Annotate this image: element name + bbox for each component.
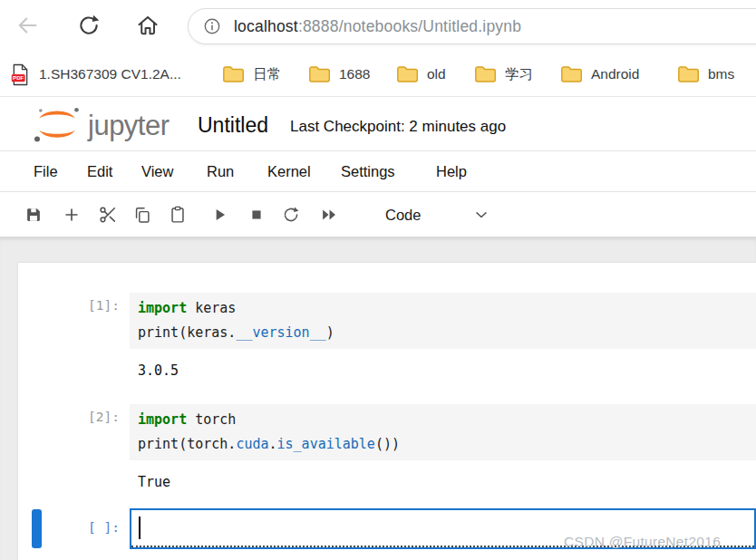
jupyter-header: jupyter Untitled Last Checkpoint: 2 minu…	[0, 98, 756, 151]
folder-icon	[222, 65, 244, 83]
save-icon	[24, 205, 44, 225]
cell-output-2: True	[18, 472, 756, 492]
stop-icon	[247, 205, 267, 225]
bookmark-label: 日常	[253, 65, 281, 84]
url-host: localhost	[234, 17, 298, 35]
folder-icon	[474, 65, 496, 83]
cell-prompt: [2]:	[18, 404, 130, 460]
bookmark-folder-1688[interactable]: 1688	[308, 53, 370, 96]
bookmark-label: 1.SH367309 CV1.2A...	[39, 66, 181, 82]
cell-prompt: [1]:	[18, 293, 130, 349]
bookmark-folder-bms[interactable]: bms	[677, 53, 734, 96]
menu-bar: File Edit View Run Kernel Settings Help	[0, 151, 756, 192]
menu-view[interactable]: View	[141, 151, 173, 191]
bookmark-label: 学习	[505, 65, 533, 84]
fast-forward-icon	[319, 205, 339, 225]
stop-kernel-button[interactable]	[247, 205, 267, 225]
home-button[interactable]	[135, 13, 160, 38]
bookmarks-bar: PDF 1.SH367309 CV1.2A... 日常 1688 old 学习 …	[0, 53, 756, 97]
menu-run[interactable]: Run	[207, 151, 234, 191]
output-text: 3.0.5	[130, 361, 756, 381]
address-bar[interactable]: localhost:8888/notebooks/Untitled.ipynb	[188, 8, 756, 44]
code-line: import torch	[138, 408, 751, 432]
watermark-text: CSDN @FutureNet2016	[564, 534, 721, 550]
restart-kernel-button[interactable]	[281, 205, 301, 225]
output-text: True	[130, 472, 756, 492]
menu-help[interactable]: Help	[436, 151, 467, 191]
notebook-title[interactable]: Untitled	[198, 110, 268, 140]
run-cell-button[interactable]	[209, 205, 229, 225]
back-button[interactable]	[15, 13, 40, 38]
jupyter-logo-text: jupyter	[88, 107, 170, 145]
paste-cell-button[interactable]	[168, 205, 188, 225]
cell-output-1: 3.0.5	[18, 361, 756, 381]
active-cell-indicator	[32, 509, 42, 548]
bookmark-folder-xuexi[interactable]: 学习	[474, 53, 533, 96]
jupyter-logo-icon	[30, 105, 84, 145]
clipboard-icon	[168, 205, 188, 225]
copy-icon	[132, 205, 152, 225]
svg-text:PDF: PDF	[13, 74, 24, 81]
notebook-toolbar: Code	[0, 193, 756, 237]
folder-icon	[396, 65, 418, 83]
cell-list: [1]: import kerasprint(keras.__version__…	[18, 263, 756, 549]
menu-kernel[interactable]: Kernel	[267, 151, 311, 191]
plus-icon	[62, 205, 82, 225]
menu-settings[interactable]: Settings	[341, 151, 395, 191]
folder-icon	[560, 65, 582, 83]
restart-run-all-button[interactable]	[319, 205, 339, 225]
text-cursor	[139, 517, 141, 539]
menu-file[interactable]: File	[34, 151, 58, 191]
bookmark-folder-old[interactable]: old	[396, 53, 446, 96]
folder-icon	[308, 65, 330, 83]
bookmark-pdf[interactable]: PDF 1.SH367309 CV1.2A...	[11, 53, 181, 96]
bookmark-label: old	[427, 66, 446, 82]
bookmark-label: bms	[708, 66, 734, 82]
browser-toolbar: localhost:8888/notebooks/Untitled.ipynb	[0, 0, 756, 53]
checkpoint-status: Last Checkpoint: 2 minutes ago	[290, 116, 506, 138]
code-cell-2[interactable]: [2]: import torchprint(torch.cuda.is_ava…	[18, 404, 756, 460]
add-cell-button[interactable]	[62, 205, 82, 225]
chevron-down-icon[interactable]	[472, 206, 490, 224]
scissors-icon	[98, 205, 118, 225]
code-editor[interactable]: import torchprint(torch.cuda.is_availabl…	[130, 404, 756, 460]
notebook-panel: [1]: import kerasprint(keras.__version__…	[18, 263, 756, 560]
refresh-icon	[76, 13, 102, 38]
restart-icon	[281, 205, 301, 225]
jupyter-logo[interactable]: jupyter	[30, 105, 170, 145]
url-text[interactable]: localhost:8888/notebooks/Untitled.ipynb	[234, 17, 521, 36]
code-line: import keras	[138, 296, 751, 321]
pdf-file-icon: PDF	[11, 63, 30, 86]
bookmark-label: Android	[591, 66, 639, 82]
workspace-background: [1]: import kerasprint(keras.__version__…	[0, 237, 756, 560]
run-icon	[209, 205, 229, 225]
url-path: :8888/notebooks/Untitled.ipynb	[298, 17, 521, 35]
copy-cell-button[interactable]	[132, 205, 152, 225]
bookmark-label: 1688	[339, 66, 370, 82]
back-arrow-icon	[15, 13, 40, 38]
cell-type-dropdown[interactable]: Code	[385, 193, 421, 237]
menu-edit[interactable]: Edit	[87, 151, 112, 191]
home-icon	[135, 13, 160, 38]
code-cell-1[interactable]: [1]: import kerasprint(keras.__version__…	[18, 293, 756, 349]
save-button[interactable]	[24, 205, 44, 225]
cut-cell-button[interactable]	[98, 205, 118, 225]
bookmark-folder-richang[interactable]: 日常	[222, 53, 281, 96]
folder-icon	[677, 65, 699, 83]
bookmark-folder-android[interactable]: Android	[560, 53, 639, 96]
code-line: print(torch.cuda.is_available())	[138, 432, 751, 457]
site-info-icon[interactable]	[202, 16, 222, 36]
code-editor[interactable]: import kerasprint(keras.__version__)	[130, 293, 756, 349]
refresh-button[interactable]	[76, 13, 102, 38]
code-line: print(keras.__version__)	[138, 321, 751, 345]
